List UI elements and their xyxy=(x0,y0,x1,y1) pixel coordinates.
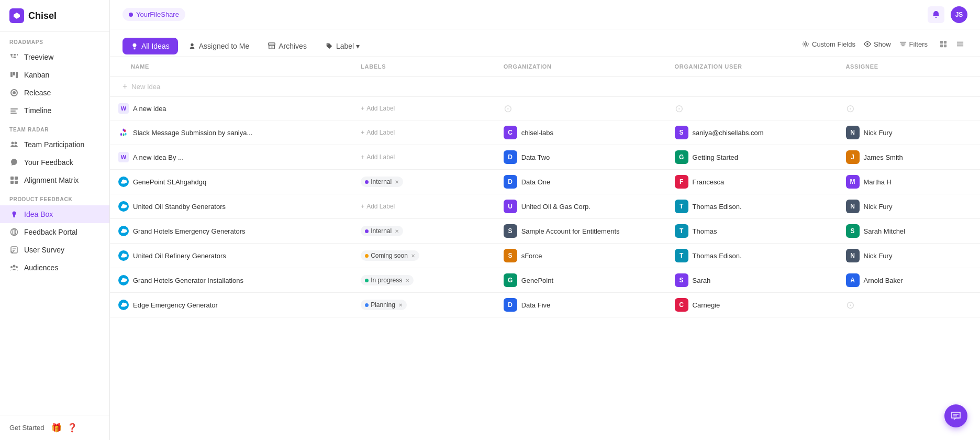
assignee-cell[interactable]: N Nick Fury xyxy=(838,120,981,145)
sidebar-item-treeview[interactable]: Treeview xyxy=(0,48,109,66)
org-user-cell[interactable]: T Thomas Edison. xyxy=(666,194,838,219)
labels-cell[interactable]: Internal ✕ xyxy=(352,219,495,244)
org-user-cell[interactable]: T Thomas Edison. xyxy=(666,244,838,268)
notifications-button[interactable] xyxy=(928,6,944,23)
label-remove[interactable]: ✕ xyxy=(405,278,409,283)
organization-cell[interactable]: D Data One xyxy=(495,170,666,194)
get-started-label[interactable]: Get Started xyxy=(9,424,44,432)
assignee-cell[interactable]: J James Smith xyxy=(838,145,981,170)
name-cell[interactable]: Grand Hotels Generator Installations xyxy=(110,268,352,293)
organization-cell[interactable]: G GenePoint xyxy=(495,268,666,293)
assignee-cell[interactable]: A Arnold Baker xyxy=(838,268,981,293)
tab-archives[interactable]: Archives xyxy=(260,38,315,54)
user-avatar[interactable]: JS xyxy=(951,6,967,23)
table-row[interactable]: GenePoint SLAhgahdgq Internal ✕ D Data O… xyxy=(110,170,980,194)
organization-cell[interactable]: S Sample Account for Entitlements xyxy=(495,219,666,244)
label-remove[interactable]: ✕ xyxy=(411,253,415,259)
organization-cell[interactable]: S sForce xyxy=(495,244,666,268)
svg-rect-40 xyxy=(944,41,946,43)
help-icon[interactable]: ❓ xyxy=(67,423,77,433)
grid-view-button[interactable] xyxy=(936,37,951,51)
add-label-button[interactable]: + Add Label xyxy=(361,153,486,161)
show-button[interactable]: Show xyxy=(864,40,891,48)
sidebar-item-user-survey[interactable]: User Survey xyxy=(0,241,109,259)
org-user-cell[interactable]: ⊙ xyxy=(666,97,838,120)
labels-cell[interactable]: In progress ✕ xyxy=(352,268,495,293)
sidebar-item-treeview-label: Treeview xyxy=(24,53,53,61)
workspace-badge[interactable]: YourFileShare xyxy=(122,8,185,21)
table-row[interactable]: W A new idea By ... + Add Label D Data T… xyxy=(110,145,980,170)
table-row[interactable]: Grand Hotels Emergency Generators Intern… xyxy=(110,219,980,244)
name-cell[interactable]: Edge Emergency Generator xyxy=(110,293,352,317)
org-user-cell: F Francesca xyxy=(675,175,829,189)
custom-fields-button[interactable]: Custom Fields xyxy=(802,40,855,48)
sidebar-item-team-participation[interactable]: Team Participation xyxy=(0,136,109,153)
org-user-name: Francesca xyxy=(693,178,725,186)
org-user-cell[interactable]: S Sarah xyxy=(666,268,838,293)
org-user-cell[interactable]: F Francesca xyxy=(666,170,838,194)
add-label-text: Add Label xyxy=(366,129,395,136)
table-row[interactable]: United Oil Standby Generators + Add Labe… xyxy=(110,194,980,219)
name-cell[interactable]: W A new idea xyxy=(110,97,352,120)
org-user-cell[interactable]: C Carnegie xyxy=(666,293,838,317)
table-row[interactable]: United Oil Refinery Generators Coming so… xyxy=(110,244,980,268)
table-row[interactable]: Grand Hotels Generator Installations In … xyxy=(110,268,980,293)
assignee-cell[interactable]: N Nick Fury xyxy=(838,194,981,219)
labels-cell[interactable]: Coming soon ✕ xyxy=(352,244,495,268)
name-cell[interactable]: W A new idea By ... xyxy=(110,145,352,170)
label-remove[interactable]: ✕ xyxy=(398,302,403,308)
name-cell[interactable]: GenePoint SLAhgahdgq xyxy=(110,170,352,194)
table-row[interactable]: Slack Message Submission by saniya... + … xyxy=(110,120,980,145)
sidebar-item-release[interactable]: Release xyxy=(0,84,109,102)
assignee-cell[interactable]: S Sarah Mitchel xyxy=(838,219,981,244)
label-remove[interactable]: ✕ xyxy=(395,179,399,185)
assignee-cell[interactable]: M Martha H xyxy=(838,170,981,194)
new-idea-cell[interactable]: + New Idea xyxy=(110,76,980,97)
organization-cell[interactable]: C chisel-labs xyxy=(495,120,666,145)
org-user-cell[interactable]: G Getting Started xyxy=(666,145,838,170)
org-user-cell[interactable]: S saniya@chisellabs.com xyxy=(666,120,838,145)
labels-cell[interactable]: + Add Label xyxy=(352,97,495,120)
assignee-cell[interactable]: N Nick Fury xyxy=(838,244,981,268)
assignee-cell[interactable]: ⊙ xyxy=(838,97,981,120)
labels-cell[interactable]: + Add Label xyxy=(352,145,495,170)
organization-cell[interactable]: U United Oil & Gas Corp. xyxy=(495,194,666,219)
labels-cell[interactable]: Internal ✕ xyxy=(352,170,495,194)
name-cell[interactable]: United Oil Standby Generators xyxy=(110,194,352,219)
name-cell[interactable]: Grand Hotels Emergency Generators xyxy=(110,219,352,244)
sidebar-item-your-feedback[interactable]: Your Feedback xyxy=(0,153,109,171)
assignee-cell[interactable]: ⊙ xyxy=(838,293,981,317)
list-view-button[interactable] xyxy=(953,37,967,51)
name-cell[interactable]: Slack Message Submission by saniya... xyxy=(110,120,352,145)
chat-fab[interactable] xyxy=(944,404,967,427)
add-label-button[interactable]: + Add Label xyxy=(361,203,486,210)
sidebar-item-idea-box[interactable]: Idea Box xyxy=(0,205,109,223)
labels-cell[interactable]: + Add Label xyxy=(352,120,495,145)
organization-cell[interactable]: D Data Five xyxy=(495,293,666,317)
organization-cell[interactable]: D Data Two xyxy=(495,145,666,170)
add-label-button[interactable]: + Add Label xyxy=(361,129,486,136)
tab-assigned-to-me[interactable]: Assigned to Me xyxy=(180,38,258,54)
tab-all-ideas[interactable]: All Ideas xyxy=(122,38,178,54)
sidebar-item-feedback-portal[interactable]: Feedback Portal xyxy=(0,223,109,241)
table-row[interactable]: W A new idea + Add Label ⊙ ⊙ ⊙ xyxy=(110,97,980,120)
idea-name: United Oil Refinery Generators xyxy=(133,252,226,260)
sidebar-item-timeline[interactable]: Timeline xyxy=(0,102,109,119)
svg-rect-4 xyxy=(17,54,18,56)
labels-cell[interactable]: Planning ✕ xyxy=(352,293,495,317)
org-user-cell[interactable]: T Thomas xyxy=(666,219,838,244)
tab-label[interactable]: Label ▾ xyxy=(317,38,368,54)
name-cell[interactable]: United Oil Refinery Generators xyxy=(110,244,352,268)
label-remove[interactable]: ✕ xyxy=(395,228,399,234)
sidebar-item-alignment-matrix[interactable]: Alignment Matrix xyxy=(0,171,109,189)
add-label-button[interactable]: + Add Label xyxy=(361,105,486,112)
sidebar-item-audiences-label: Audiences xyxy=(24,263,58,272)
new-idea-row[interactable]: + New Idea xyxy=(110,76,980,97)
organization-cell[interactable]: ⊙ xyxy=(495,97,666,120)
table-row[interactable]: Edge Emergency Generator Planning ✕ D Da… xyxy=(110,293,980,317)
labels-cell[interactable]: + Add Label xyxy=(352,194,495,219)
sidebar-item-audiences[interactable]: Audiences xyxy=(0,259,109,277)
filters-button[interactable]: Filters xyxy=(899,40,928,48)
svg-point-29 xyxy=(133,43,137,47)
sidebar-item-kanban[interactable]: Kanban xyxy=(0,66,109,84)
